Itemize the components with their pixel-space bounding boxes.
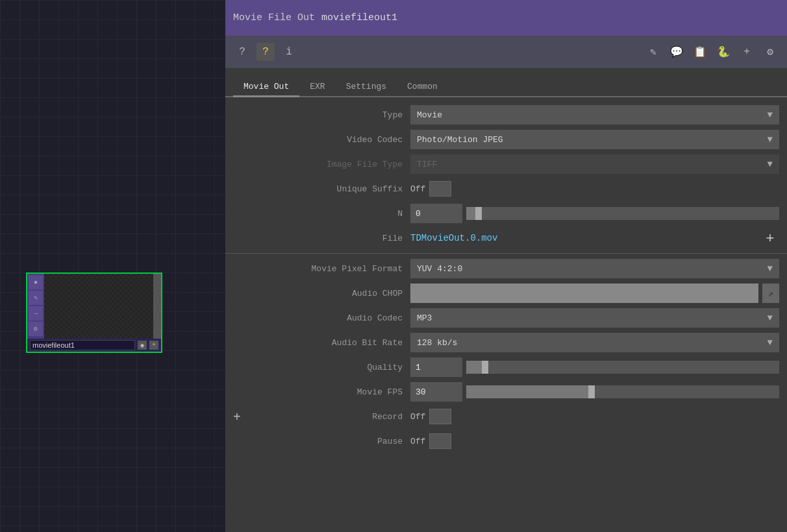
file-label: File <box>225 234 410 243</box>
node-icon-arrow[interactable]: → <box>29 306 43 320</box>
tabs-bar: Movie Out EXR Settings Common <box>225 68 787 97</box>
quality-slider-fill <box>466 361 482 374</box>
quality-slider[interactable] <box>466 361 779 374</box>
tab-common[interactable]: Common <box>397 78 448 97</box>
movie-fps-value <box>410 382 787 402</box>
n-slider-thumb[interactable] <box>475 207 482 220</box>
quality-slider-thumb[interactable] <box>482 361 488 374</box>
movie-pixel-format-label: Movie Pixel Format <box>225 264 410 274</box>
n-slider[interactable] <box>466 207 779 220</box>
unique-suffix-toggle-group: Off <box>410 181 451 197</box>
comment-icon[interactable]: 💬 <box>668 43 686 61</box>
tab-settings[interactable]: Settings <box>336 78 397 97</box>
n-row: N <box>225 201 787 226</box>
type-row: Type Movie ▼ <box>225 103 787 127</box>
movie-fps-slider-fill <box>466 385 592 398</box>
unique-suffix-toggle[interactable] <box>429 181 451 197</box>
image-file-type-label: Image File Type <box>225 160 410 169</box>
file-value: TDMovieOut.0.mov + <box>410 229 787 247</box>
video-codec-value: Photo/Motion JPEG ▼ <box>410 130 787 149</box>
type-label: Type <box>225 110 410 120</box>
info-icon[interactable]: i <box>280 43 298 61</box>
audio-bit-rate-label: Audio Bit Rate <box>225 338 410 348</box>
node-icon-edit[interactable]: ✎ <box>29 291 43 305</box>
movie-fps-slider[interactable] <box>466 385 779 398</box>
grid-background <box>0 0 225 532</box>
quality-input[interactable] <box>410 357 462 377</box>
movie-fps-input[interactable] <box>410 382 462 402</box>
add-param-button[interactable]: + <box>233 409 241 424</box>
audio-chop-row: Audio CHOP ↗ <box>225 281 787 306</box>
node-icon-circle[interactable]: ● <box>29 275 43 289</box>
file-add-button[interactable]: + <box>761 229 779 247</box>
n-label: N <box>225 209 410 219</box>
file-path[interactable]: TDMovieOut.0.mov <box>410 230 757 247</box>
node-editor-panel: ● ✎ → ⚙ moviefileout1 ◉ + <box>0 0 225 532</box>
icon-toolbar: ? ? i ✎ 💬 📋 🐍 + ⚙ <box>225 36 787 68</box>
n-value <box>410 204 787 223</box>
video-codec-dropdown-arrow: ▼ <box>768 134 773 145</box>
audio-bit-rate-dropdown-arrow: ▼ <box>768 337 773 348</box>
node-type-label: Movie File Out <box>233 12 315 23</box>
file-row: File TDMovieOut.0.mov + <box>225 226 787 250</box>
video-codec-label: Video Codec <box>225 135 410 145</box>
audio-codec-dropdown[interactable]: MP3 ▼ <box>410 308 779 328</box>
type-value: Movie ▼ <box>410 105 787 125</box>
unique-suffix-value: Off <box>410 181 787 197</box>
video-codec-dropdown[interactable]: Photo/Motion JPEG ▼ <box>410 130 779 149</box>
movie-fps-slider-thumb[interactable] <box>588 385 595 398</box>
audio-codec-row: Audio Codec MP3 ▼ <box>225 306 787 330</box>
tab-exr[interactable]: EXR <box>299 78 335 97</box>
movie-fps-label: Movie FPS <box>225 387 410 397</box>
movie-pixel-format-dropdown[interactable]: YUV 4:2:0 ▼ <box>410 259 779 278</box>
audio-chop-input[interactable] <box>410 284 758 303</box>
node-icon-gear[interactable]: ⚙ <box>29 322 43 336</box>
audio-bit-rate-dropdown[interactable]: 128 kb/s ▼ <box>410 333 779 352</box>
pause-label: Pause <box>225 437 410 446</box>
movie-pixel-format-dropdown-value: YUV 4:2:0 <box>417 264 462 274</box>
video-codec-dropdown-value: Photo/Motion JPEG <box>417 135 503 145</box>
unique-suffix-label: Unique Suffix <box>225 184 410 194</box>
toolbar-right: ✎ 💬 📋 🐍 + ⚙ <box>644 43 779 61</box>
node-add-btn[interactable]: + <box>149 341 158 350</box>
audio-chop-arrow[interactable]: ↗ <box>762 284 779 303</box>
audio-bit-rate-dropdown-value: 128 kb/s <box>417 338 457 348</box>
audio-codec-dropdown-value: MP3 <box>417 313 432 323</box>
title-bar: Movie File Out moviefileout1 <box>225 0 787 36</box>
audio-bit-rate-value: 128 kb/s ▼ <box>410 333 787 352</box>
n-slider-fill <box>466 207 475 220</box>
audio-codec-value: MP3 ▼ <box>410 308 787 328</box>
record-toggle-label: Off <box>410 412 425 422</box>
help-special-icon[interactable]: ? <box>256 43 275 61</box>
node-port-btn[interactable]: ◉ <box>138 341 147 350</box>
add-icon[interactable]: + <box>738 43 756 61</box>
n-input[interactable] <box>410 204 462 223</box>
type-dropdown-arrow: ▼ <box>768 110 773 120</box>
settings-icon[interactable]: ⚙ <box>761 43 779 61</box>
image-file-type-dropdown-value: TIFF <box>417 160 437 169</box>
record-toggle[interactable] <box>429 409 451 424</box>
type-dropdown[interactable]: Movie ▼ <box>410 105 779 125</box>
properties-area: Type Movie ▼ Video Codec Photo/Motion JP… <box>225 97 787 532</box>
node-footer: moviefileout1 ◉ + <box>27 339 161 352</box>
movie-pixel-format-dropdown-arrow: ▼ <box>768 263 773 274</box>
node-name-input[interactable]: moviefileout1 <box>30 340 135 350</box>
tab-movie-out[interactable]: Movie Out <box>233 78 299 97</box>
node-icon-strip: ● ✎ → ⚙ <box>27 274 44 339</box>
record-value: Off <box>410 409 787 424</box>
movie-file-out-node[interactable]: ● ✎ → ⚙ moviefileout1 ◉ + <box>26 272 162 353</box>
divider <box>225 253 787 254</box>
python-icon[interactable]: 🐍 <box>714 43 732 61</box>
record-toggle-group: Off <box>410 409 451 424</box>
checkerboard-bg <box>44 274 153 339</box>
help-icon[interactable]: ? <box>233 43 251 61</box>
record-row: + Record Off <box>225 404 787 429</box>
pause-toggle[interactable] <box>429 433 451 449</box>
movie-fps-row: Movie FPS <box>225 380 787 404</box>
audio-codec-label: Audio Codec <box>225 313 410 323</box>
edit-icon[interactable]: ✎ <box>644 43 662 61</box>
audio-bit-rate-row: Audio Bit Rate 128 kb/s ▼ <box>225 330 787 355</box>
pause-row: Pause Off <box>225 429 787 453</box>
pause-toggle-label: Off <box>410 437 425 446</box>
copy-icon[interactable]: 📋 <box>691 43 709 61</box>
